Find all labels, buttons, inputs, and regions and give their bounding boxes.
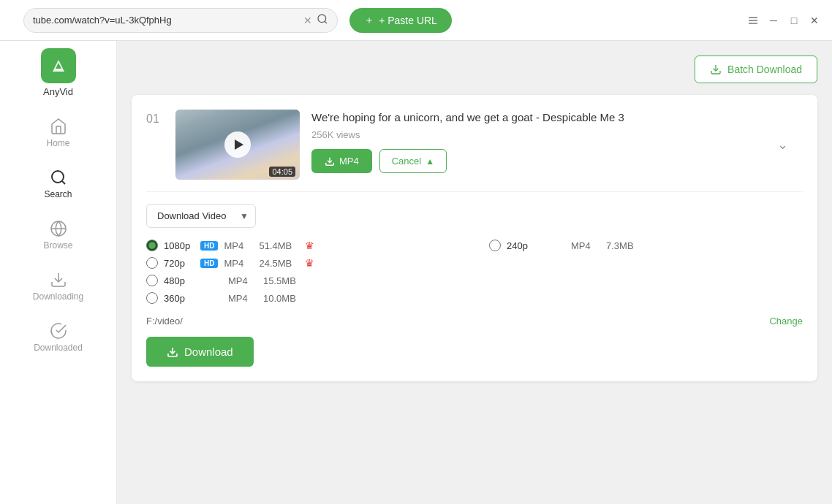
resolution-label-1080p: 1080p	[164, 240, 193, 251]
sidebar-item-home-label: Home	[46, 138, 69, 148]
hd-badge-720p: HD	[200, 259, 218, 268]
resolution-grid: 1080p HD MP4 51.4MB ♛ 720p HD MP4	[146, 240, 803, 304]
url-text: tube.com/watch?v=uL-3kQfphHg	[33, 15, 299, 26]
menu-icon[interactable]	[747, 15, 759, 26]
resolution-col-right: 240p MP4 7.3MB	[489, 240, 803, 304]
video-title: We're hoping for a unicorn, and we get a…	[311, 110, 803, 125]
sidebar-item-downloading[interactable]: Downloading	[0, 262, 116, 310]
maximize-button[interactable]: □	[788, 15, 800, 26]
app-logo	[41, 48, 76, 83]
sidebar-item-search[interactable]: Search	[0, 160, 116, 208]
format-360p: MP4	[228, 293, 257, 304]
titlebar: tube.com/watch?v=uL-3kQfphHg ✕ ＋ + Paste…	[0, 0, 832, 41]
size-1080p: 51.4MB	[259, 240, 299, 251]
cancel-button[interactable]: Cancel ▲	[379, 149, 447, 173]
paste-url-icon: ＋	[364, 14, 374, 27]
svg-line-6	[61, 181, 64, 184]
resolution-row-720p: 720p HD MP4 24.5MB ♛	[146, 257, 460, 269]
resolution-radio-360p[interactable]	[146, 292, 158, 304]
batch-download-button[interactable]: Batch Download	[695, 56, 817, 83]
main-layout: AnyVid Home Search	[0, 41, 832, 504]
resolution-label-240p: 240p	[507, 240, 536, 251]
sidebar-item-downloaded[interactable]: Downloaded	[0, 313, 116, 362]
premium-icon-1080p: ♛	[305, 240, 314, 251]
minimize-button[interactable]: ─	[768, 15, 779, 26]
resolution-label-360p: 360p	[164, 293, 193, 304]
sidebar-item-downloaded-label: Downloaded	[34, 343, 83, 353]
paste-url-button[interactable]: ＋ + Paste URL	[349, 8, 452, 33]
resolution-radio-480p[interactable]	[146, 275, 158, 286]
svg-line-1	[325, 21, 327, 23]
resolution-radio-1080p[interactable]	[146, 240, 158, 251]
resolution-label-480p: 480p	[164, 275, 193, 286]
download-btn-label: Download	[184, 345, 233, 358]
mp4-button[interactable]: MP4	[311, 149, 372, 173]
app-name: AnyVid	[43, 86, 73, 97]
video-thumbnail[interactable]: 04:05	[175, 110, 300, 180]
resolution-radio-720p[interactable]	[146, 257, 158, 269]
video-header: 01 04:05 We're hoping for a unicorn, and…	[146, 110, 803, 180]
video-info: We're hoping for a unicorn, and we get a…	[311, 110, 803, 173]
paste-url-label: + Paste URL	[379, 15, 437, 26]
download-button[interactable]: Download	[146, 337, 254, 367]
size-480p: 15.5MB	[263, 275, 303, 286]
resolution-row-240p: 240p MP4 7.3MB	[489, 240, 803, 251]
video-views: 256K views	[311, 129, 803, 140]
svg-point-0	[318, 15, 326, 23]
file-path-row: F:/video/ Change	[146, 316, 803, 327]
sidebar-item-browse-label: Browse	[43, 240, 72, 251]
video-card: 01 04:05 We're hoping for a unicorn, and…	[132, 95, 817, 381]
resolution-label-720p: 720p	[164, 258, 193, 269]
window-controls: ─ □ ✕	[747, 15, 820, 26]
premium-icon-720p: ♛	[305, 257, 314, 269]
download-type-select[interactable]: Download Video ▼	[146, 204, 256, 228]
sidebar-nav: Home Search Browse	[0, 109, 116, 362]
play-button[interactable]	[224, 131, 251, 158]
format-1080p: MP4	[224, 240, 253, 251]
video-duration: 04:05	[269, 167, 295, 177]
sidebar-item-search-label: Search	[44, 189, 72, 199]
size-360p: 10.0MB	[263, 293, 303, 304]
sidebar: AnyVid Home Search	[0, 41, 117, 504]
url-clear-icon[interactable]: ✕	[303, 15, 312, 26]
cancel-label: Cancel	[392, 156, 421, 167]
sidebar-item-downloading-label: Downloading	[33, 291, 83, 302]
change-path-link[interactable]: Change	[769, 316, 803, 327]
format-480p: MP4	[228, 275, 257, 286]
chevron-up-icon: ▲	[426, 156, 434, 167]
expand-icon[interactable]: ⌄	[777, 137, 788, 153]
format-240p: MP4	[571, 240, 600, 251]
mp4-label: MP4	[339, 156, 359, 167]
sidebar-item-home[interactable]: Home	[0, 109, 116, 157]
size-240p: 7.3MB	[606, 240, 646, 251]
content-area: Batch Download 01 04:05 We're hoping for…	[117, 41, 832, 504]
url-bar[interactable]: tube.com/watch?v=uL-3kQfphHg ✕	[23, 8, 338, 33]
resolution-radio-240p[interactable]	[489, 240, 501, 251]
video-actions: MP4 Cancel ▲	[311, 149, 803, 173]
download-options: Download Video ▼ 1080p HD MP4 51	[146, 191, 803, 367]
video-number: 01	[146, 112, 164, 126]
svg-point-5	[52, 171, 64, 183]
hd-badge-1080p: HD	[200, 241, 218, 251]
size-720p: 24.5MB	[259, 258, 299, 269]
resolution-row-1080p: 1080p HD MP4 51.4MB ♛	[146, 240, 460, 251]
sidebar-item-browse[interactable]: Browse	[0, 211, 116, 259]
batch-download-label: Batch Download	[727, 64, 802, 75]
download-type-dropdown[interactable]: Download Video	[146, 204, 256, 228]
search-icon	[317, 13, 328, 28]
resolution-row-360p: 360p MP4 10.0MB	[146, 292, 460, 304]
resolution-col-left: 1080p HD MP4 51.4MB ♛ 720p HD MP4	[146, 240, 460, 304]
file-path: F:/video/	[146, 316, 183, 327]
resolution-row-480p: 480p MP4 15.5MB	[146, 275, 460, 286]
close-button[interactable]: ✕	[809, 15, 820, 26]
format-720p: MP4	[224, 258, 253, 269]
